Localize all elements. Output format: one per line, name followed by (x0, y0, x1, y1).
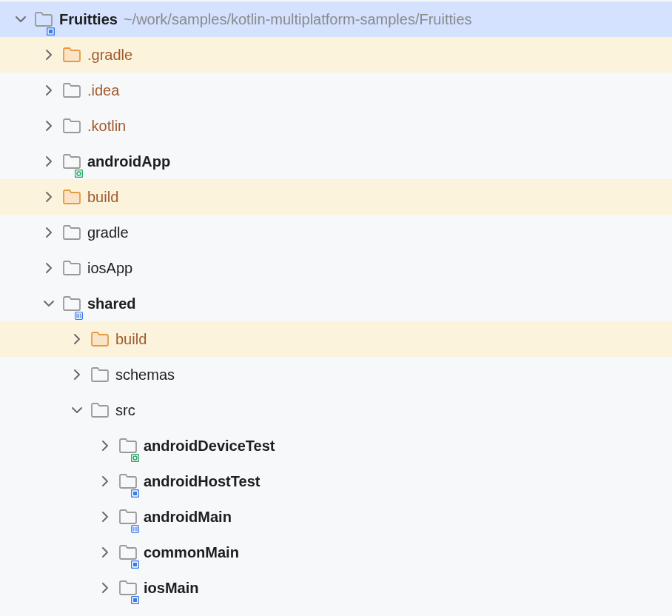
tree-row-shared[interactable]: shared (0, 286, 672, 321)
chevron-down-icon[interactable] (13, 12, 28, 27)
folder-module-blue-icon (34, 10, 53, 29)
tree-row-iosapp[interactable]: iosApp (0, 250, 672, 286)
project-tree: Fruitties~/work/samples/kotlin-multiplat… (0, 0, 672, 606)
folder-module-blue-icon (118, 543, 138, 562)
svg-rect-8 (132, 455, 139, 462)
tree-item-label: androidApp (87, 153, 170, 170)
tree-item-label: commonMain (144, 544, 239, 561)
folder-module-green-icon (62, 152, 81, 171)
tree-row--kotlin[interactable]: .kotlin (0, 108, 672, 144)
tree-row-src[interactable]: src (0, 392, 672, 428)
tree-item-label: gradle (87, 224, 129, 241)
svg-rect-11 (133, 492, 137, 495)
tree-item-label: schemas (115, 366, 175, 384)
tree-item-label: build (115, 331, 147, 348)
tree-row-build[interactable]: build (0, 179, 672, 215)
tree-item-label: androidDeviceTest (144, 438, 275, 455)
tree-item-label: src (115, 402, 135, 419)
folder-module-barcode-icon (62, 294, 81, 313)
tree-item-label: androidHostTest (144, 473, 260, 490)
tree-row--idea[interactable]: .idea (0, 73, 672, 108)
tree-row-androidapp[interactable]: androidApp (0, 144, 672, 179)
chevron-right-icon[interactable] (41, 154, 56, 169)
folder-gray-icon (62, 258, 81, 278)
chevron-right-icon[interactable] (98, 509, 112, 524)
folder-gray-icon (62, 223, 81, 242)
chevron-right-icon[interactable] (41, 83, 56, 98)
chevron-right-icon[interactable] (41, 225, 56, 240)
tree-row-commonmain[interactable]: commonMain (0, 535, 672, 570)
tree-item-label: androidMain (144, 509, 232, 526)
tree-row--gradle[interactable]: .gradle (0, 37, 672, 73)
chevron-right-icon[interactable] (41, 118, 56, 133)
svg-rect-1 (49, 30, 53, 33)
tree-item-label: shared (87, 295, 136, 312)
folder-module-blue-icon (118, 472, 138, 491)
chevron-right-icon[interactable] (70, 332, 84, 346)
tree-row-androiddevicetest[interactable]: androidDeviceTest (0, 428, 672, 463)
tree-item-label: .gradle (87, 47, 132, 64)
folder-module-barcode-icon (118, 507, 138, 526)
tree-row-fruitties[interactable]: Fruitties~/work/samples/kotlin-multiplat… (0, 1, 672, 37)
folder-gray-icon (90, 365, 110, 384)
chevron-right-icon[interactable] (98, 545, 112, 560)
folder-gray-icon (90, 401, 110, 420)
tree-item-label: .idea (87, 82, 119, 99)
svg-point-3 (77, 172, 81, 175)
chevron-down-icon[interactable] (41, 296, 56, 311)
tree-row-androidmain[interactable]: androidMain (0, 499, 672, 535)
svg-rect-2 (75, 170, 83, 178)
chevron-right-icon[interactable] (70, 367, 84, 382)
tree-item-label: iosApp (87, 260, 132, 277)
chevron-right-icon[interactable] (41, 190, 56, 204)
chevron-right-icon[interactable] (98, 438, 112, 453)
folder-orange-icon (62, 187, 81, 207)
chevron-right-icon[interactable] (41, 47, 56, 62)
chevron-right-icon[interactable] (98, 474, 112, 489)
folder-gray-icon (62, 116, 81, 135)
folder-orange-icon (62, 45, 81, 64)
chevron-right-icon[interactable] (41, 261, 56, 275)
folder-module-green-icon (118, 436, 138, 455)
tree-row-androidhosttest[interactable]: androidHostTest (0, 463, 672, 499)
svg-rect-17 (133, 563, 137, 566)
svg-rect-19 (133, 598, 137, 602)
folder-orange-icon (90, 329, 110, 349)
folder-gray-icon (62, 81, 81, 100)
tree-row-gradle[interactable]: gradle (0, 215, 672, 250)
chevron-right-icon[interactable] (98, 580, 112, 595)
tree-item-label: build (87, 189, 118, 206)
tree-item-label: .kotlin (87, 118, 126, 135)
tree-row-build[interactable]: build (0, 321, 672, 357)
tree-row-schemas[interactable]: schemas (0, 357, 672, 392)
folder-module-blue-icon (118, 578, 138, 597)
tree-item-path: ~/work/samples/kotlin-multiplatform-samp… (124, 11, 472, 28)
svg-point-9 (133, 456, 137, 460)
chevron-down-icon[interactable] (70, 403, 84, 418)
tree-item-label: Fruitties (59, 11, 118, 28)
tree-item-label: iosMain (144, 580, 198, 597)
tree-row-iosmain[interactable]: iosMain (0, 570, 672, 606)
